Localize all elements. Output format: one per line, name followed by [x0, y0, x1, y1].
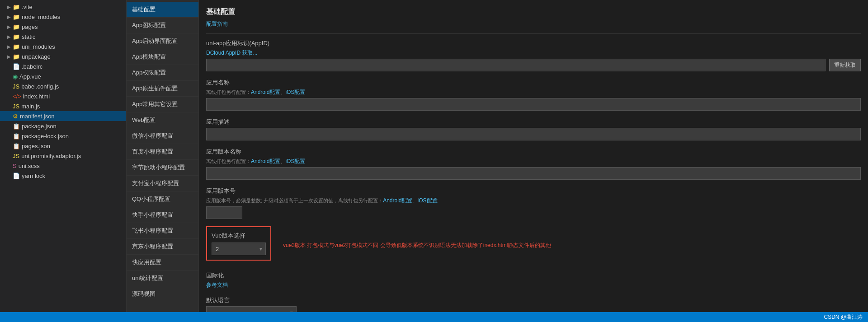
sidebar-label-yarnlock: yarn lock — [22, 173, 45, 179]
sidebar-item-indexhtml[interactable]: ▶ </> index.html — [0, 91, 126, 101]
sidebar-label-packagejson: package.json — [22, 123, 57, 130]
i18n-link[interactable]: 参考文档 — [206, 282, 228, 288]
i18n-group: 国际化 参考文档 — [206, 271, 861, 289]
nav-item-yuanma[interactable]: 源码视图 — [127, 286, 198, 302]
nav-label-app-icon: App图标配置 — [132, 22, 166, 28]
vue-version-select[interactable]: 2 3 — [212, 243, 266, 255]
sidebar-item-packagelockjson[interactable]: ▶ 📋 package-lock.json — [0, 131, 126, 141]
sidebar-item-yarnlock[interactable]: ▶ 📄 yarn lock — [0, 171, 126, 181]
appname-sublabel: 离线打包另行配置：Android配置、iOS配置 — [206, 89, 861, 96]
android-link-name[interactable]: Android配置 — [251, 89, 280, 95]
nav-item-feishu[interactable]: 飞书小程序配置 — [127, 223, 198, 239]
appdesc-input[interactable] — [206, 128, 861, 140]
sidebar-item-appvue[interactable]: ▶ ◉ App.vue — [0, 71, 126, 81]
nav-item-app-module[interactable]: App模块配置 — [127, 49, 198, 65]
bottom-bar-text: CSDN @曲江涛 — [824, 313, 863, 321]
nav-item-app-native[interactable]: App原生插件配置 — [127, 81, 198, 97]
nav-label-kuaiying: 快应用配置 — [132, 259, 161, 266]
default-lang-select[interactable] — [206, 306, 297, 312]
version-code-input[interactable] — [206, 206, 242, 219]
nav-label-app-permission: App权限配置 — [132, 69, 166, 76]
nav-item-app-icon[interactable]: App图标配置 — [127, 18, 198, 33]
nav-item-alipay[interactable]: 支付宝小程序配置 — [127, 176, 198, 191]
folder-arrow-static: ▶ — [7, 34, 13, 39]
nav-label-basic: 基础配置 — [132, 6, 156, 13]
nav-label-qq: QQ小程序配置 — [132, 196, 170, 202]
sidebar-label-unpack: unpackage — [22, 53, 51, 60]
vue-warning-text: vue3版本 打包模式与vue2打包模式不同 会导致低版本系统不识别语法无法加载… — [283, 242, 551, 249]
middle-nav: 基础配置 App图标配置 App启动界面配置 App模块配置 App权限配置 A… — [127, 0, 199, 312]
nav-item-web[interactable]: Web配置 — [127, 112, 198, 128]
config-guide-link[interactable]: 配置指南 — [206, 21, 228, 27]
nav-label-baidu: 百度小程序配置 — [132, 148, 173, 155]
nav-label-feishu: 飞书小程序配置 — [132, 227, 173, 234]
nav-item-app-other[interactable]: App常用其它设置 — [127, 97, 198, 112]
nav-label-jingdong: 京东小程序配置 — [132, 243, 173, 250]
version-name-input[interactable] — [206, 167, 861, 180]
sidebar-item-vite[interactable]: ▶ 📁 .vite — [0, 2, 126, 12]
sidebar-label-pagesjson: pages.json — [22, 143, 50, 149]
sidebar-item-uniscss[interactable]: ▶ S uni.scss — [0, 161, 126, 171]
folder-icon-unpack: 📁 — [13, 53, 20, 60]
nav-item-baidu[interactable]: 百度小程序配置 — [127, 144, 198, 160]
nav-label-alipay: 支付宝小程序配置 — [132, 180, 179, 187]
sidebar-item-manifestjson[interactable]: ▶ ⚙ manifest.json — [0, 111, 126, 121]
sidebar-label-unipromisify: uni.promisify.adaptor.js — [21, 153, 81, 159]
android-link-vcode[interactable]: Android配置 — [383, 197, 412, 204]
main-container: ▶ 📁 .vite ▶ 📁 node_modules ▶ 📁 pages ▶ 📁… — [0, 0, 868, 312]
sidebar-item-pages[interactable]: ▶ 📁 pages — [0, 22, 126, 32]
default-lang-select-wrapper — [206, 306, 297, 312]
sidebar-item-pagesjson[interactable]: ▶ 📋 pages.json — [0, 141, 126, 151]
sidebar-label-packagelock: package-lock.json — [22, 133, 69, 140]
sidebar-item-packagejson[interactable]: ▶ 📋 package.json — [0, 121, 126, 131]
file-icon-manifest: ⚙ — [13, 113, 18, 120]
nav-item-app-permission[interactable]: App权限配置 — [127, 65, 198, 81]
file-icon-indexhtml: </> — [13, 93, 21, 100]
vue-version-group: Vue版本选择 2 3 vue3版本 打包模式与vue2打包模式不同 会导致低版… — [206, 226, 861, 264]
android-link-vname[interactable]: Android配置 — [251, 158, 280, 164]
ios-link-vcode[interactable]: iOS配置 — [418, 197, 438, 204]
folder-arrow-pages: ▶ — [7, 24, 13, 29]
nav-item-kuaiying[interactable]: 快应用配置 — [127, 255, 198, 271]
sidebar-label-mainjs: main.js — [21, 103, 40, 110]
nav-item-wechat[interactable]: 微信小程序配置 — [127, 128, 198, 144]
file-icon-packagelock: 📋 — [13, 133, 20, 140]
folder-arrow-node: ▶ — [7, 14, 13, 19]
ios-link-vname[interactable]: iOS配置 — [285, 158, 305, 164]
appdesc-label: 应用描述 — [206, 118, 861, 126]
file-icon-babelconfig: JS — [13, 83, 19, 90]
sidebar-item-mainjs[interactable]: ▶ JS main.js — [0, 101, 126, 111]
file-icon-uniscss: S — [13, 163, 17, 169]
nav-item-app-splash[interactable]: App启动界面配置 — [127, 33, 198, 49]
ios-link-name[interactable]: iOS配置 — [285, 89, 305, 95]
appid-input[interactable] — [206, 59, 826, 71]
sidebar-label-babelrc: .babelrc — [22, 63, 42, 70]
nav-item-unitongji[interactable]: uni统计配置 — [127, 271, 198, 286]
sidebar-item-babelconfig[interactable]: ▶ JS babel.config.js — [0, 81, 126, 91]
file-icon-babelrc: 📄 — [13, 63, 20, 70]
sidebar-item-static[interactable]: ▶ 📁 static — [0, 32, 126, 42]
folder-icon-uni: 📁 — [13, 43, 20, 50]
appid-sublabel-link[interactable]: DCloud AppID 获取... — [206, 50, 257, 56]
sidebar-label-appvue: App.vue — [19, 73, 41, 80]
nav-label-app-splash: App启动界面配置 — [132, 37, 178, 44]
nav-label-yuanma: 源码视图 — [132, 290, 156, 297]
section-title: 基础配置 — [206, 7, 861, 17]
appid-sublabel: DCloud AppID 获取... — [206, 49, 861, 57]
vue-version-label: Vue版本选择 — [212, 232, 266, 240]
nav-item-basic[interactable]: 基础配置 — [127, 2, 198, 18]
sidebar-item-unipromisify[interactable]: ▶ JS uni.promisify.adaptor.js — [0, 151, 126, 161]
nav-item-zijie[interactable]: 字节跳动小程序配置 — [127, 160, 198, 176]
sidebar-item-unpackage[interactable]: ▶ 📁 unpackage — [0, 51, 126, 61]
reget-button[interactable]: 重新获取 — [829, 59, 861, 71]
appid-row: 重新获取 — [206, 59, 861, 71]
appname-input[interactable] — [206, 98, 861, 111]
nav-item-qq[interactable]: QQ小程序配置 — [127, 191, 198, 207]
sidebar-item-babelrc[interactable]: ▶ 📄 .babelrc — [0, 61, 126, 71]
sidebar-label-manifest: manifest.json — [20, 113, 55, 120]
nav-item-jingdong[interactable]: 京东小程序配置 — [127, 239, 198, 255]
sidebar-item-uni-modules[interactable]: ▶ 📁 uni_modules — [0, 42, 126, 51]
sidebar-item-node-modules[interactable]: ▶ 📁 node_modules — [0, 12, 126, 22]
file-icon-appvue: ◉ — [13, 73, 18, 80]
nav-item-kuaishou[interactable]: 快手小程序配置 — [127, 207, 198, 223]
